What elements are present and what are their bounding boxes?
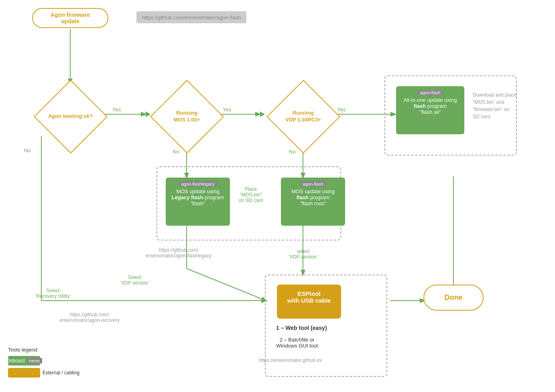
svg-text:No: No [289,149,296,155]
esptool-text: ESPtoolwith USB cable [284,290,334,304]
legacy-text: MOS update usingLegacy flash program"fla… [171,188,225,206]
svg-text:No: No [173,149,179,155]
legend-title: Tools legend [8,347,79,353]
legend-external-label: External / cabling [43,370,79,376]
done-node: Done [423,285,484,311]
diamond-booting-text: Agon booting ok? [48,113,93,120]
start-node: Agon firmware update [32,8,108,28]
github-link[interactable]: https://github.com/envenomator/agon-flas… [136,11,246,23]
svg-line-17 [187,269,266,301]
svg-text:Yes: Yes [223,107,232,113]
github-link-text: https://github.com/envenomator/agon-flas… [142,14,241,20]
download-desc: Download and place "MOS.bin" and "firmwa… [473,91,517,120]
select-recovery: Select'Recovery Utility' [35,288,71,299]
legend-area: Tools legend Onboard name External / cab… [8,347,79,380]
diamond-vdp-text: RunningVDP 1.04RC3+ [285,110,321,123]
diamond-vdp: RunningVDP 1.04RC3+ [274,87,332,145]
web-tool-text: 1 – Web tool (easy) [276,325,327,331]
legacy-tag: agon-flashlegacy [179,181,217,187]
select-vdp-left: Select'VDP version' [120,275,149,286]
allinone-tag: agon-flash [417,90,443,95]
diagram-container: Yes Yes Yes No No No Agon firmware up [0,0,555,392]
legacy-url: https://github.com/envenomator/agon-flas… [146,247,211,259]
place-mos-text: Place"MOS.bin"on SD card [239,186,263,203]
svg-text:Yes: Yes [337,107,346,113]
mos-update-box: agon-flash MOS update usingflash program… [281,178,345,226]
mos-update-text: MOS update usingflash program"flash mos" [286,188,340,206]
recovery-url: https://github.com/envenomator/agon-reco… [59,312,120,323]
batch-tool-text: 2 – Batchfile orWindows GUI tool [276,337,318,349]
allinone-box: agon-flash All-in-one update using flash… [396,86,464,134]
done-text: Done [445,293,463,302]
diamond-mos-text: RunningMOS 1.03+ [173,110,200,123]
legend-onboard-label: Onboard [6,358,26,364]
esptool-box: ESPtoolwith USB cable [277,285,341,319]
legend-external: External / cabling [8,368,79,378]
svg-text:No: No [24,148,31,154]
diamond-booting: Agon booting ok? [41,87,100,145]
svg-marker-6 [260,111,265,117]
envenomator-url: https://envenomator.github.io/ [259,358,322,363]
legend-green-box: Onboard name [8,356,40,366]
legend-name-tag: name [26,358,43,364]
svg-text:Yes: Yes [112,107,121,113]
start-label: Agon firmware update [41,12,100,24]
allinone-text: All-in-one update using flash program"fl… [401,97,459,115]
diamond-mos: RunningMOS 1.03+ [158,87,216,145]
legend-orange-box [8,368,40,378]
legacy-box: agon-flashlegacy MOS update usingLegacy … [166,178,230,226]
select-vdp-right: select'VDP version' [289,249,317,260]
legend-onboard: Onboard name [8,356,79,366]
mos-update-tag: agon-flash [300,181,325,187]
